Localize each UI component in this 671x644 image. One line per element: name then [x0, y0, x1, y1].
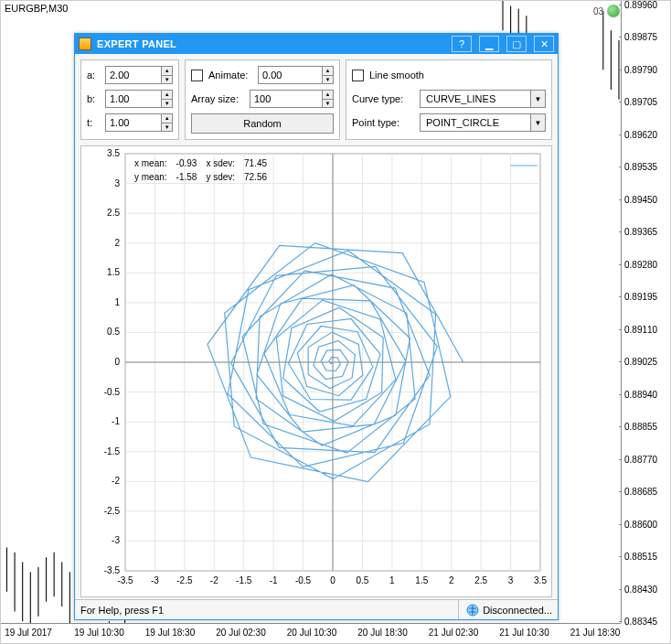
curvetype-combo[interactable]: CURVE_LINES ▼: [420, 90, 546, 108]
b-label: b:: [87, 93, 100, 104]
svg-text:-3: -3: [151, 575, 159, 585]
a-spinner[interactable]: ▲▼: [105, 66, 173, 84]
svg-text:0: 0: [114, 357, 120, 367]
a-down[interactable]: ▼: [162, 76, 172, 84]
connection-icon: [466, 604, 479, 617]
bars-count-badge: 03: [593, 5, 620, 17]
connection-status[interactable]: Disconnected...: [458, 600, 552, 619]
statusbar: For Help, press F1 Disconnected...: [75, 599, 558, 619]
chevron-down-icon[interactable]: ▼: [530, 114, 545, 131]
help-button[interactable]: ?: [452, 36, 472, 52]
svg-text:-1: -1: [112, 416, 120, 426]
svg-text:1.5: 1.5: [415, 575, 428, 585]
chevron-down-icon[interactable]: ▼: [530, 91, 545, 107]
svg-text:-1.5: -1.5: [104, 446, 121, 456]
animate-group: Animate: ▲▼ Array size: ▲▼ Random: [185, 59, 340, 140]
svg-text:-1: -1: [270, 575, 278, 585]
arraysize-input[interactable]: [250, 91, 322, 107]
svg-text:-2: -2: [112, 476, 120, 486]
params-group: a: ▲▼ b: ▲▼ t: ▲▼: [80, 59, 179, 140]
svg-text:-0.5: -0.5: [295, 575, 312, 585]
svg-text:0.5: 0.5: [107, 327, 120, 337]
t-spinner[interactable]: ▲▼: [105, 113, 173, 132]
svg-text:1: 1: [389, 575, 395, 585]
price-axis: 0.899600.898750.897900.897050.896200.895…: [621, 1, 670, 623]
svg-text:2: 2: [449, 575, 454, 585]
svg-text:3: 3: [508, 575, 514, 585]
svg-text:-0.5: -0.5: [104, 387, 121, 397]
svg-text:-2.5: -2.5: [104, 506, 121, 516]
b-spinner[interactable]: ▲▼: [105, 90, 173, 108]
svg-text:0.5: 0.5: [356, 575, 368, 585]
titlebar[interactable]: EXPERT PANEL ? ▁ ▢ ✕: [75, 34, 558, 54]
animate-checkbox[interactable]: [191, 70, 203, 81]
pointtype-combo[interactable]: POINT_CIRCLE ▼: [420, 113, 546, 132]
svg-text:-3.5: -3.5: [104, 565, 121, 575]
t-input[interactable]: [106, 114, 161, 131]
svg-text:-2: -2: [210, 575, 218, 585]
pointtype-label: Point type:: [352, 117, 414, 128]
animate-down[interactable]: ▼: [323, 76, 333, 84]
curve-group: Line smooth Curve type: CURVE_LINES ▼ Po…: [346, 59, 552, 140]
linesmooth-checkbox[interactable]: [352, 70, 364, 81]
time-axis: 19 Jul 201719 Jul 10:3019 Jul 18:3020 Ju…: [1, 623, 621, 643]
svg-text:2.5: 2.5: [107, 208, 120, 218]
t-up[interactable]: ▲: [162, 114, 172, 123]
svg-text:3.5: 3.5: [534, 575, 547, 585]
svg-text:0: 0: [330, 575, 336, 585]
a-input[interactable]: [106, 67, 161, 83]
arraysize-up[interactable]: ▲: [323, 91, 333, 100]
curvetype-value: CURVE_LINES: [421, 93, 530, 104]
globe-icon: [607, 5, 620, 17]
b-up[interactable]: ▲: [162, 91, 172, 100]
b-input[interactable]: [106, 91, 161, 107]
symbol-label: EURGBP,M30: [5, 3, 69, 14]
a-up[interactable]: ▲: [162, 67, 172, 76]
animate-spinner[interactable]: ▲▼: [258, 66, 334, 84]
svg-text:3: 3: [114, 178, 120, 188]
svg-text:2: 2: [114, 238, 120, 248]
curvetype-label: Curve type:: [352, 93, 414, 104]
pointtype-value: POINT_CIRCLE: [421, 117, 530, 128]
svg-text:1.5: 1.5: [107, 267, 120, 277]
arraysize-label: Array size:: [191, 93, 244, 104]
controls-row: a: ▲▼ b: ▲▼ t: ▲▼: [75, 54, 558, 145]
minimize-button[interactable]: ▁: [479, 36, 499, 52]
animate-label: Animate:: [208, 70, 252, 80]
svg-text:1: 1: [114, 297, 120, 307]
svg-text:3.5: 3.5: [107, 148, 120, 158]
status-help: For Help, press F1: [80, 605, 164, 616]
close-button[interactable]: ✕: [534, 36, 554, 52]
t-label: t:: [87, 117, 100, 128]
animate-input[interactable]: [259, 67, 322, 83]
window-title: EXPERT PANEL: [97, 38, 444, 49]
app-icon: [79, 38, 91, 50]
arraysize-spinner[interactable]: ▲▼: [250, 90, 334, 108]
b-down[interactable]: ▼: [162, 100, 172, 108]
t-down[interactable]: ▼: [162, 123, 172, 132]
expert-panel-window: EXPERT PANEL ? ▁ ▢ ✕ a: ▲▼ b: ▲▼ t:: [74, 33, 559, 620]
linesmooth-label: Line smooth: [369, 70, 424, 80]
svg-text:2.5: 2.5: [474, 575, 487, 585]
maximize-button[interactable]: ▢: [506, 36, 527, 52]
svg-text:-1.5: -1.5: [236, 575, 252, 585]
svg-text:-3: -3: [112, 535, 120, 545]
animate-up[interactable]: ▲: [323, 67, 333, 76]
plot-svg: -3.5-3-2.5-2-1.5-1-0.500.511.522.533.5-3…: [81, 146, 551, 596]
stats-box: x mean:-0.93 x sdev:71.45 y mean:-1.58 y…: [133, 156, 276, 185]
svg-text:-2.5: -2.5: [176, 575, 193, 585]
random-button[interactable]: Random: [191, 113, 334, 134]
a-label: a:: [87, 70, 100, 80]
svg-text:-3.5: -3.5: [117, 575, 133, 585]
arraysize-down[interactable]: ▼: [323, 100, 333, 108]
plot-area: -3.5-3-2.5-2-1.5-1-0.500.511.522.533.5-3…: [80, 145, 552, 597]
